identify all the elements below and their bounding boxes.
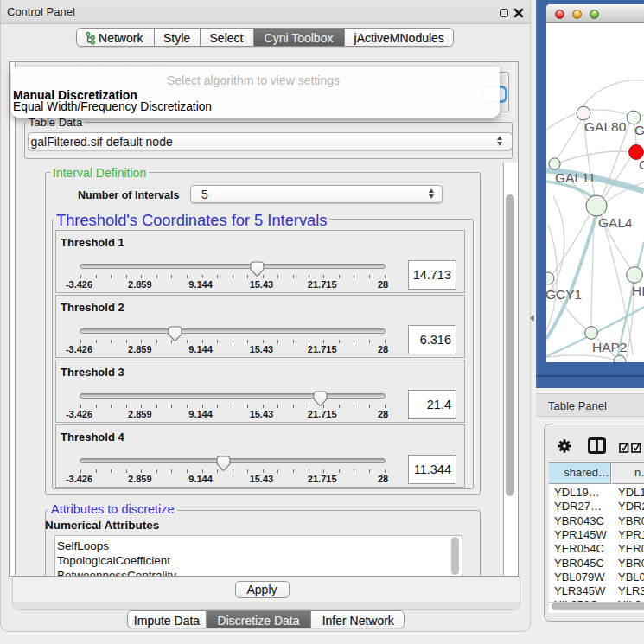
- svg-text:GAL: GAL: [634, 123, 644, 137]
- svg-text:HI: HI: [632, 284, 644, 298]
- svg-text:GAL11: GAL11: [555, 170, 596, 185]
- svg-text:GCY1: GCY1: [546, 287, 582, 302]
- svg-text:GAL4: GAL4: [598, 215, 633, 230]
- svg-text:GAL80: GAL80: [584, 119, 627, 134]
- svg-text:CD: CD: [639, 157, 644, 172]
- svg-text:HAP2: HAP2: [592, 340, 628, 354]
